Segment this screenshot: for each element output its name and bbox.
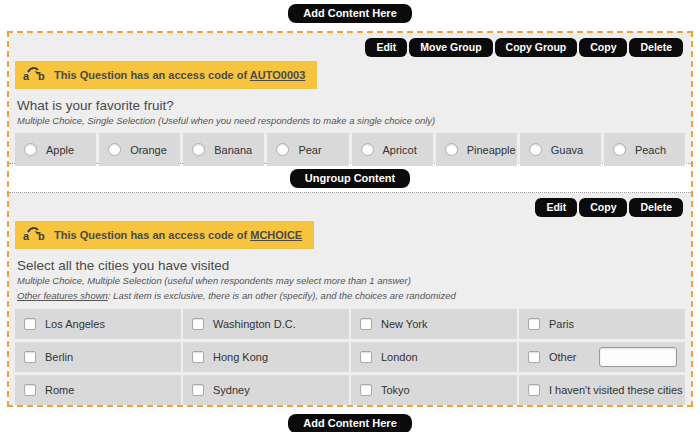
checkbox-option-new-york[interactable]: New York	[351, 309, 517, 339]
radio-option-apricot[interactable]: Apricot	[352, 133, 433, 166]
option-label: Hong Kong	[213, 351, 268, 363]
checkbox-icon[interactable]	[192, 384, 204, 396]
other-specify-input[interactable]	[599, 347, 677, 367]
checkbox-icon[interactable]	[360, 318, 372, 330]
access-code-link[interactable]: AUTO0003	[250, 69, 305, 81]
radio-option-orange[interactable]: Orange	[99, 133, 180, 166]
checkbox-option-los-angeles[interactable]: Los Angeles	[15, 309, 181, 339]
radio-icon[interactable]	[613, 143, 626, 156]
checkbox-option-london[interactable]: London	[351, 342, 517, 372]
radio-option-pear[interactable]: Pear	[267, 133, 348, 166]
checkbox-option-sydney[interactable]: Sydney	[183, 375, 349, 405]
option-label: Rome	[45, 384, 74, 396]
access-code-text: This Question has an access code of AUTO…	[54, 69, 305, 81]
checkbox-option-tokyo[interactable]: Tokyo	[351, 375, 517, 405]
checkbox-icon[interactable]	[528, 351, 540, 363]
delete-button[interactable]: Delete	[629, 198, 683, 217]
option-label: Paris	[549, 318, 574, 330]
option-label: Pear	[298, 144, 321, 156]
fruit-toolbar: Edit Move Group Copy Group Copy Delete	[9, 33, 691, 57]
checkbox-icon[interactable]	[24, 351, 36, 363]
copy-button[interactable]: Copy	[579, 38, 627, 57]
question-subtitle: Multiple Choice, Multiple Selection (use…	[17, 275, 691, 286]
radio-icon[interactable]	[276, 143, 289, 156]
checkbox-icon[interactable]	[360, 384, 372, 396]
radio-option-grid: Apple Orange Banana Pear Apricot Pineapp…	[15, 133, 685, 166]
svg-text:b: b	[38, 70, 45, 82]
option-label: Pineapple	[467, 144, 516, 156]
question-subtitle: Multiple Choice, Single Selection (Usefu…	[17, 115, 691, 126]
radio-option-guava[interactable]: Guava	[520, 133, 601, 166]
question-block-fruit: Edit Move Group Copy Group Copy Delete a…	[9, 33, 691, 163]
option-label: Banana	[214, 144, 252, 156]
access-code-prefix: This Question has an access code of	[54, 229, 247, 241]
edit-button[interactable]: Edit	[365, 38, 407, 57]
option-label: Los Angeles	[45, 318, 105, 330]
add-content-top-button[interactable]: Add Content Here	[288, 4, 412, 23]
radio-option-peach[interactable]: Peach	[604, 133, 685, 166]
group-divider: Ungroup Content	[9, 163, 691, 193]
checkbox-icon[interactable]	[192, 318, 204, 330]
radio-icon[interactable]	[529, 143, 542, 156]
svg-text:b: b	[38, 230, 45, 242]
checkbox-icon[interactable]	[192, 351, 204, 363]
checkbox-option-grid: Los Angeles Washington D.C. New York Par…	[15, 309, 685, 405]
edit-button[interactable]: Edit	[535, 198, 577, 217]
radio-icon[interactable]	[192, 143, 205, 156]
a-to-b-arrow-icon: a b	[23, 226, 46, 244]
features-text: : Last item is exclusive, there is an ot…	[108, 290, 456, 301]
option-label: New York	[381, 318, 427, 330]
radio-icon[interactable]	[445, 143, 458, 156]
checkbox-icon[interactable]	[24, 318, 36, 330]
question-group: Edit Move Group Copy Group Copy Delete a…	[7, 31, 693, 407]
option-label: Peach	[635, 144, 666, 156]
copy-group-button[interactable]: Copy Group	[495, 38, 578, 57]
option-label: Sydney	[213, 384, 250, 396]
radio-icon[interactable]	[108, 143, 121, 156]
features-label: Other features shown	[17, 290, 108, 301]
access-code-link[interactable]: MCHOICE	[250, 229, 302, 241]
access-code-badge: a b This Question has an access code of …	[15, 221, 314, 249]
checkbox-option-washington-dc[interactable]: Washington D.C.	[183, 309, 349, 339]
checkbox-option-hong-kong[interactable]: Hong Kong	[183, 342, 349, 372]
top-button-row: Add Content Here	[0, 0, 700, 23]
checkbox-option-rome[interactable]: Rome	[15, 375, 181, 405]
copy-button[interactable]: Copy	[579, 198, 627, 217]
checkbox-option-berlin[interactable]: Berlin	[15, 342, 181, 372]
question-block-cities: Edit Copy Delete a b This Question has a…	[9, 193, 691, 405]
option-label: Berlin	[45, 351, 73, 363]
question-title: Select all the cities you have visited	[17, 258, 691, 273]
delete-button[interactable]: Delete	[629, 38, 683, 57]
option-label: Orange	[130, 144, 167, 156]
radio-option-banana[interactable]: Banana	[183, 133, 264, 166]
move-group-button[interactable]: Move Group	[409, 38, 492, 57]
checkbox-icon[interactable]	[528, 318, 540, 330]
radio-icon[interactable]	[24, 143, 37, 156]
checkbox-option-other[interactable]: Other	[519, 342, 685, 372]
radio-option-pineapple[interactable]: Pineapple	[436, 133, 517, 166]
option-label: Washington D.C.	[213, 318, 296, 330]
checkbox-icon[interactable]	[24, 384, 36, 396]
a-to-b-arrow-icon: a b	[23, 66, 46, 84]
radio-icon[interactable]	[361, 143, 374, 156]
checkbox-icon[interactable]	[360, 351, 372, 363]
radio-option-apple[interactable]: Apple	[15, 133, 96, 166]
ungroup-content-button[interactable]: Ungroup Content	[290, 169, 410, 188]
add-content-bottom-button[interactable]: Add Content Here	[288, 414, 412, 432]
access-code-prefix: This Question has an access code of	[54, 69, 247, 81]
access-code-badge: a b This Question has an access code of …	[15, 61, 317, 89]
question-features-note: Other features shown: Last item is exclu…	[17, 290, 691, 301]
checkbox-icon[interactable]	[528, 384, 540, 396]
option-label: Guava	[551, 144, 583, 156]
option-label: Other	[549, 351, 577, 363]
option-label: I haven't visited these cities	[549, 384, 683, 396]
option-label: London	[381, 351, 418, 363]
access-code-text: This Question has an access code of MCHO…	[54, 229, 302, 241]
option-label: Apricot	[383, 144, 417, 156]
question-title: What is your favorite fruit?	[17, 98, 691, 113]
checkbox-option-not-visited[interactable]: I haven't visited these cities	[519, 375, 685, 405]
option-label: Tokyo	[381, 384, 410, 396]
bottom-button-row: Add Content Here	[0, 407, 700, 432]
checkbox-option-paris[interactable]: Paris	[519, 309, 685, 339]
option-label: Apple	[46, 144, 74, 156]
